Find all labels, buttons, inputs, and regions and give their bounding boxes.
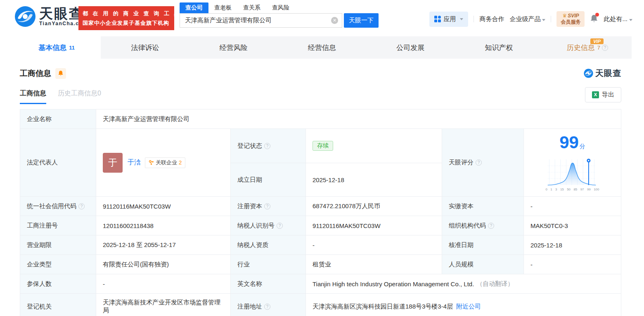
svip-label: SVIP bbox=[568, 13, 579, 19]
subtab-business-info[interactable]: 工商信息 bbox=[20, 89, 46, 104]
subscribe-button[interactable] bbox=[55, 68, 66, 79]
related-company-badge[interactable]: 关联企业 2 bbox=[145, 157, 185, 168]
clear-search-icon[interactable]: ✕ bbox=[331, 17, 338, 24]
apps-grid-icon bbox=[434, 16, 441, 22]
tab-company-development[interactable]: 公司发展 bbox=[366, 36, 455, 59]
business-term-value: 2025-12-18 至 2055-12-17 bbox=[96, 235, 231, 255]
legal-rep-link[interactable]: 于浛 bbox=[128, 158, 141, 167]
industry-value: 租赁业 bbox=[306, 255, 442, 274]
reg-number-value: 120116002118438 bbox=[96, 216, 231, 235]
nav-enterprise-products-label: 企业级产品 bbox=[509, 15, 540, 22]
search-tab-company[interactable]: 查公司 bbox=[180, 2, 208, 13]
reg-address-label-text: 注册地址 bbox=[237, 303, 262, 311]
apps-label: 应用 bbox=[443, 15, 456, 23]
subscribe-bell-icon bbox=[58, 70, 64, 76]
org-code-label: 组织机构代码 ? bbox=[442, 216, 524, 235]
score-curve bbox=[545, 157, 600, 186]
help-icon[interactable]: ? bbox=[602, 45, 608, 51]
credit-code-label-text: 统一社会信用代码 bbox=[27, 202, 76, 210]
tab-legal-litigation[interactable]: 法律诉讼 bbox=[101, 36, 189, 59]
tab-label: 经营风险 bbox=[220, 43, 248, 52]
search-tab-risk[interactable]: 查风险 bbox=[266, 2, 295, 13]
related-company-count: 2 bbox=[179, 159, 182, 166]
tab-label: 公司发展 bbox=[396, 43, 424, 52]
help-icon[interactable]: ? bbox=[264, 143, 270, 149]
caret-down-icon bbox=[629, 19, 632, 21]
tab-history-info[interactable]: VIP 历史信息 7 ? bbox=[543, 36, 632, 59]
notification-bell-button[interactable] bbox=[590, 14, 598, 24]
subtab-history-business-info[interactable]: 历史工商信息0 bbox=[58, 89, 101, 104]
score-label: 天眼评分 ? bbox=[442, 129, 524, 197]
paid-capital-value: - bbox=[524, 197, 621, 216]
reg-status-label: 登记状态 ? bbox=[231, 129, 306, 163]
search-button[interactable]: 天眼一下 bbox=[344, 13, 379, 28]
tab-history-label: 历史信息 bbox=[567, 43, 595, 52]
promo-banner: 都 在 用 的 商 业 查 询 工 具 国家中小企业发展子基金旗下机构 bbox=[78, 6, 174, 30]
search-tab-relation[interactable]: 查关系 bbox=[237, 2, 266, 13]
taxpayer-quality-value: - bbox=[306, 235, 442, 255]
approval-date-label: 核准日期 bbox=[442, 235, 524, 255]
tab-operating-risk[interactable]: 经营风险 bbox=[189, 36, 278, 59]
insured-count-value: - bbox=[96, 274, 231, 294]
legal-rep-label: 法定代表人 bbox=[20, 129, 96, 197]
reg-capital-label: 注册资本 ? bbox=[231, 197, 306, 216]
reg-address-text: 天津滨海高新区滨海科技园日新道188号3号楼3-4层 bbox=[313, 303, 453, 311]
tianyancha-logo-icon bbox=[14, 6, 36, 27]
score-distribution-chart: 0131550859799100 bbox=[545, 157, 600, 191]
legal-rep-avatar[interactable]: 于 bbox=[103, 153, 123, 173]
help-icon[interactable]: ? bbox=[264, 304, 270, 310]
company-type-label: 企业类型 bbox=[20, 255, 96, 274]
search-area: 查公司 查老板 查关系 查风险 ✕ 天眼一下 bbox=[180, 2, 379, 28]
nav-business-cooperation[interactable]: 商务合作 bbox=[479, 15, 504, 23]
english-name-text: Tianjin High tech Industry Operation Man… bbox=[313, 280, 474, 287]
company-name-label: 企业名称 bbox=[20, 109, 96, 129]
nav-enterprise-products[interactable]: 企业级产品 bbox=[509, 15, 545, 23]
related-company-label: 关联企业 bbox=[156, 159, 177, 166]
tab-operating-info[interactable]: 经营信息 bbox=[278, 36, 366, 59]
tab-label: 经营信息 bbox=[308, 43, 336, 52]
search-tabs: 查公司 查老板 查关系 查风险 bbox=[180, 2, 379, 13]
reg-status-label-text: 登记状态 bbox=[237, 142, 262, 150]
caret-down-icon bbox=[460, 18, 463, 20]
tab-intellectual-property[interactable]: 知识产权 bbox=[455, 36, 543, 59]
help-icon[interactable]: ? bbox=[277, 223, 283, 229]
top-header: 天眼查 TianYanCha.com 都 在 用 的 商 业 查 询 工 具 国… bbox=[0, 0, 644, 36]
auto-translate-note: （自动翻译） bbox=[476, 280, 514, 288]
search-tab-boss[interactable]: 查老板 bbox=[208, 2, 237, 13]
search-input[interactable] bbox=[180, 13, 342, 28]
est-date-label: 成立日期 bbox=[231, 163, 306, 197]
company-name-value: 天津高新产业运营管理有限公司 bbox=[96, 109, 621, 129]
tab-basic-info[interactable]: 基本信息 11 bbox=[12, 36, 101, 59]
org-code-label-text: 组织机构代码 bbox=[449, 222, 486, 230]
approval-date-value: 2025-12-18 bbox=[524, 235, 621, 255]
apps-button[interactable]: 应用 bbox=[429, 12, 468, 27]
tianyancha-logo[interactable]: 天眼查 TianYanCha.com bbox=[14, 6, 88, 27]
nearby-company-link[interactable]: 附近公司 bbox=[456, 303, 481, 311]
tianyancha-company-page: 天眼查 TianYanCha.com 都 在 用 的 商 业 查 询 工 具 国… bbox=[0, 0, 644, 316]
tab-label: 知识产权 bbox=[485, 43, 513, 52]
svip-membership-button[interactable]: ♛SVIP 会员服务 bbox=[556, 11, 585, 27]
relation-graph-icon bbox=[149, 160, 154, 165]
help-icon[interactable]: ? bbox=[264, 203, 270, 209]
score-unit: 分 bbox=[580, 143, 585, 150]
caret-down-icon bbox=[542, 19, 545, 21]
reg-capital-value: 687472.210078万人民币 bbox=[306, 197, 442, 216]
org-code-value: MAK50TC0-3 bbox=[524, 216, 621, 235]
paid-capital-label: 实缴资本 bbox=[442, 197, 524, 216]
credit-code-label: 统一社会信用代码 ? bbox=[20, 197, 96, 216]
help-icon[interactable]: ? bbox=[488, 223, 494, 229]
export-button[interactable]: X 导出 bbox=[585, 87, 621, 102]
divider bbox=[474, 16, 474, 22]
reg-capital-label-text: 注册资本 bbox=[237, 202, 262, 210]
help-icon[interactable]: ? bbox=[78, 203, 85, 209]
taxpayer-id-value: 91120116MAK50TC03W bbox=[306, 216, 442, 235]
user-menu[interactable]: 此处有... bbox=[604, 15, 632, 23]
company-tab-bar: 基本信息 11 法律诉讼 经营风险 经营信息 公司发展 知识产权 VIP 历史信… bbox=[12, 36, 632, 59]
taxpayer-id-label: 纳税人识别号 ? bbox=[231, 216, 306, 235]
credit-code-value: 91120116MAK50TC03W bbox=[96, 197, 231, 216]
help-icon[interactable]: ? bbox=[476, 159, 482, 166]
excel-icon: X bbox=[592, 91, 599, 98]
reg-address-value: 天津滨海高新区滨海科技园日新道188号3号楼3-4层 附近公司 bbox=[306, 294, 621, 316]
notification-dot bbox=[595, 13, 599, 17]
english-name-value: Tianjin High tech Industry Operation Man… bbox=[306, 274, 621, 294]
